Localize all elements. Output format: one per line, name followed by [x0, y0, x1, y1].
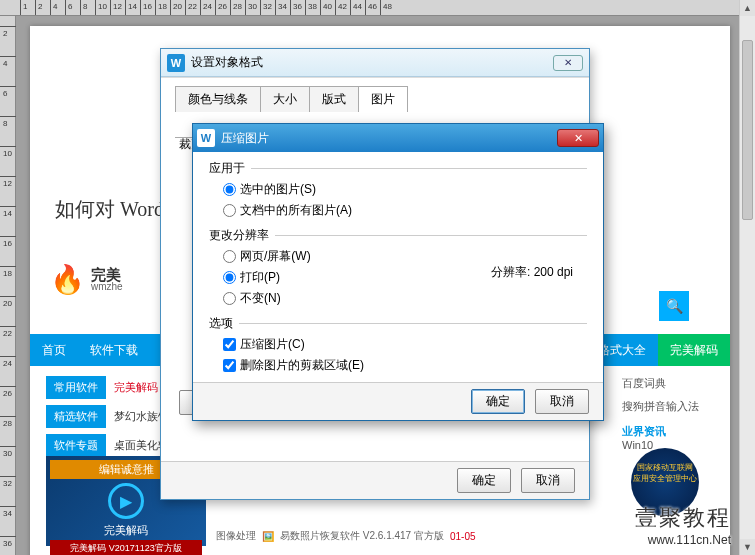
res-none-label: 不变(N): [240, 290, 281, 307]
gallery-icon: 🖼️: [262, 531, 274, 542]
footer-cat: 图像处理: [216, 529, 256, 543]
apply-all-radio[interactable]: 文档中的所有图片(A): [223, 200, 587, 221]
format-dialog-footer: 确定 取消: [161, 461, 589, 499]
badge-l1: 国家移动互联网: [631, 462, 699, 473]
opt-delcrop-check[interactable]: 删除图片的剪裁区域(E): [223, 355, 587, 376]
search-button[interactable]: 🔍: [659, 291, 689, 321]
opt-compress-check[interactable]: 压缩图片(C): [223, 334, 587, 355]
opt-delcrop-label: 删除图片的剪裁区域(E): [240, 357, 364, 374]
apply-selected-label: 选中的图片(S): [240, 181, 316, 198]
compress-dialog-footer: 确定 取消: [193, 382, 603, 420]
res-label: 分辨率:: [491, 265, 530, 279]
apply-all-label: 文档中的所有图片(A): [240, 202, 352, 219]
compress-dialog-titlebar[interactable]: W 压缩图片 ✕: [193, 124, 603, 152]
res-web-label: 网页/屏幕(W): [240, 248, 311, 265]
tab-size[interactable]: 大小: [260, 86, 310, 112]
banner-title: 完美解码: [50, 523, 202, 538]
right-column: 百度词典 搜狗拼音输入法 业界资讯 Win10: [622, 376, 699, 459]
logo-cn: 完美: [91, 267, 123, 282]
resolution-readout: 分辨率: 200 dpi: [491, 264, 573, 281]
tag-topics[interactable]: 软件专题: [46, 434, 106, 457]
nav-download[interactable]: 软件下载: [78, 334, 150, 366]
play-icon: ▶: [108, 483, 144, 519]
scroll-up-arrow[interactable]: ▲: [740, 0, 755, 16]
compress-dialog-title: 压缩图片: [221, 130, 269, 147]
banner-version: 完美解码 V20171123官方版: [50, 540, 202, 555]
res-print-label: 打印(P): [240, 269, 280, 286]
flame-icon: 🔥: [50, 263, 85, 296]
tag-featured[interactable]: 精选软件: [46, 405, 106, 428]
compress-ok-button[interactable]: 确定: [471, 389, 525, 414]
scroll-thumb[interactable]: [742, 40, 753, 220]
vertical-scrollbar[interactable]: ▲ ▼: [739, 0, 755, 555]
apply-selected-radio[interactable]: 选中的图片(S): [223, 179, 587, 200]
vertical-ruler[interactable]: 24681012141618202224262830323436: [0, 16, 16, 555]
tab-picture[interactable]: 图片: [358, 86, 408, 112]
tab-layout[interactable]: 版式: [309, 86, 359, 112]
footer-date: 01-05: [450, 531, 476, 542]
wps-icon: W: [167, 54, 185, 72]
footer-line: 图像处理 🖼️ 易数照片恢复软件 V2.6.1.417 官方版 01-05: [216, 529, 699, 543]
format-ok-button[interactable]: 确定: [457, 468, 511, 493]
scroll-down-arrow[interactable]: ▼: [740, 539, 755, 555]
compress-picture-dialog: W 压缩图片 ✕ 应用于 选中的图片(S) 文档中的所有图片(A) 更改分辨率 …: [192, 123, 604, 421]
nav-decode[interactable]: 完美解码: [658, 334, 730, 366]
compress-dialog-body: 应用于 选中的图片(S) 文档中的所有图片(A) 更改分辨率 网页/屏幕(W) …: [193, 152, 603, 382]
res-none-radio[interactable]: 不变(N): [223, 288, 587, 309]
logo-en: wmzhe: [91, 282, 123, 292]
resolution-label: 更改分辨率: [209, 227, 269, 244]
close-icon[interactable]: ✕: [553, 55, 583, 71]
wps-icon: W: [197, 129, 215, 147]
search-icon: 🔍: [666, 298, 683, 314]
horizontal-ruler[interactable]: 1246810121416182022242628303234363840424…: [0, 0, 739, 16]
watermark-url: www.111cn.Net: [635, 533, 731, 547]
apply-to-label: 应用于: [209, 160, 245, 177]
opt-compress-label: 压缩图片(C): [240, 336, 305, 353]
tag-common[interactable]: 常用软件: [46, 376, 106, 399]
watermark-text: 壹聚教程: [635, 503, 731, 533]
format-cancel-button[interactable]: 取消: [521, 468, 575, 493]
watermark: 壹聚教程 www.111cn.Net: [635, 503, 731, 547]
close-icon[interactable]: ✕: [557, 129, 599, 147]
side-r1-text[interactable]: 完美解码: [114, 380, 158, 395]
res-value: 200 dpi: [534, 265, 573, 279]
badge-l2: 应用安全管理中心: [631, 473, 699, 484]
right-link-1[interactable]: 百度词典: [622, 376, 699, 391]
format-dialog-title: 设置对象格式: [191, 54, 263, 71]
nav-home[interactable]: 首页: [30, 334, 78, 366]
options-label: 选项: [209, 315, 233, 332]
right-link-2[interactable]: 搜狗拼音输入法: [622, 399, 699, 414]
right-news-header: 业界资讯: [622, 424, 699, 439]
compress-cancel-button[interactable]: 取消: [535, 389, 589, 414]
footer-name[interactable]: 易数照片恢复软件 V2.6.1.417 官方版: [280, 529, 444, 543]
format-dialog-titlebar[interactable]: W 设置对象格式 ✕: [161, 49, 589, 77]
side-buttons: 常用软件完美解码 精选软件梦幻水族馆 软件专题桌面美化软: [46, 376, 169, 463]
tab-color-lines[interactable]: 颜色与线条: [175, 86, 261, 112]
